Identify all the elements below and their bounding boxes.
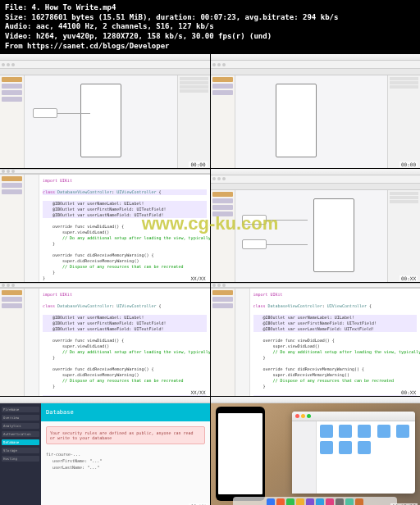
dock-app-icon[interactable] [355, 498, 363, 505]
view-controller-scene[interactable] [276, 84, 317, 157]
ios-simulator[interactable] [216, 407, 265, 501]
db-node[interactable]: userFirstName: "..." [46, 457, 205, 464]
view-controller-scene[interactable] [80, 84, 121, 157]
xcode-tabbar [211, 184, 421, 190]
inspector-row[interactable] [180, 89, 208, 93]
folder-icon[interactable] [358, 425, 371, 438]
nav-item[interactable] [2, 183, 22, 188]
inspector-row[interactable] [390, 196, 418, 199]
nav-item[interactable] [212, 303, 233, 308]
nav-item[interactable] [2, 176, 22, 181]
nav-item[interactable] [2, 290, 22, 295]
inspector-row[interactable] [390, 192, 418, 195]
dock-app-icon[interactable] [267, 498, 275, 505]
simulator-screen[interactable] [218, 413, 262, 494]
thumb-2-storyboard: 00:00 [211, 54, 421, 167]
view-controller-scene[interactable] [313, 198, 354, 272]
folder-icon[interactable] [339, 441, 352, 454]
zoom-icon[interactable] [307, 414, 311, 418]
project-navigator[interactable] [211, 190, 235, 282]
finder-icons[interactable] [317, 421, 415, 494]
fb-nav-item[interactable]: Overview [2, 415, 39, 421]
project-navigator[interactable] [211, 75, 235, 167]
audio-line: Audio: aac, 44100 Hz, 2 channels, S16, 1… [5, 22, 415, 32]
inspector-row[interactable] [390, 81, 418, 84]
nav-item[interactable] [212, 84, 233, 89]
dock-app-icon[interactable] [336, 498, 344, 505]
dock-app-icon[interactable] [316, 498, 324, 505]
traffic-light-icon [11, 284, 15, 287]
storyboard-canvas[interactable] [235, 75, 388, 167]
dock-app-icon[interactable] [286, 498, 294, 505]
traffic-light-icon [7, 170, 10, 173]
inspector-row[interactable] [180, 85, 208, 89]
storyboard-canvas[interactable] [235, 190, 388, 282]
traffic-light-icon [222, 177, 226, 180]
line-gutter [25, 175, 39, 282]
project-navigator[interactable] [211, 289, 235, 396]
nav-item[interactable] [212, 90, 233, 95]
folder-icon[interactable] [320, 425, 333, 438]
folder-icon[interactable] [339, 425, 352, 438]
folder-icon[interactable] [396, 425, 409, 438]
minimize-icon[interactable] [301, 414, 305, 418]
inspector-panel[interactable] [387, 190, 420, 282]
dock-app-icon[interactable] [276, 498, 285, 505]
dock-app-icon[interactable] [345, 498, 354, 505]
storyboard-canvas[interactable] [25, 75, 177, 167]
nav-item[interactable] [2, 84, 22, 89]
scene-node[interactable] [33, 108, 57, 118]
macos-dock[interactable] [233, 497, 397, 505]
folder-icon[interactable] [358, 441, 371, 454]
database-tree[interactable]: fir-course-... userFirstName: "..." user… [46, 451, 205, 471]
source-editor[interactable]: import UIKit class DatabaseViewControlle… [39, 289, 210, 396]
inspector-row[interactable] [390, 200, 418, 203]
project-navigator[interactable] [0, 289, 25, 396]
finder-titlebar[interactable] [292, 412, 415, 421]
nav-item[interactable] [2, 303, 22, 308]
fb-nav-item[interactable]: Authentication [2, 431, 39, 437]
project-navigator[interactable] [0, 75, 25, 167]
scene-node[interactable] [242, 239, 267, 249]
nav-item[interactable] [212, 212, 233, 216]
nav-item[interactable] [212, 198, 233, 203]
nav-item[interactable] [2, 189, 22, 194]
db-root[interactable]: fir-course-... [46, 451, 205, 457]
inspector-row[interactable] [390, 77, 418, 80]
dock-app-icon[interactable] [326, 498, 334, 505]
fb-nav-item[interactable]: Analytics [2, 423, 39, 429]
inspector-panel[interactable] [177, 75, 210, 167]
scene-node[interactable] [242, 215, 267, 225]
db-node[interactable]: userLastName: "..." [46, 464, 205, 471]
source-editor[interactable]: import UIKit class DatabaseViewControlle… [39, 175, 210, 282]
traffic-light-icon [7, 63, 10, 66]
nav-item[interactable] [2, 90, 22, 95]
nav-item[interactable] [2, 97, 22, 102]
nav-item[interactable] [2, 77, 22, 82]
close-icon[interactable] [295, 414, 299, 418]
inspector-row[interactable] [390, 85, 418, 89]
fb-nav-item[interactable]: Hosting [2, 456, 39, 462]
nav-item[interactable] [212, 205, 233, 210]
finder-window[interactable] [292, 412, 415, 494]
traffic-light-icon [11, 63, 15, 66]
segue-line [267, 244, 308, 245]
project-navigator[interactable] [0, 175, 25, 282]
nav-item[interactable] [212, 290, 233, 295]
fb-nav-item[interactable]: Storage [2, 448, 39, 453]
nav-item[interactable] [2, 297, 22, 302]
dock-app-icon[interactable] [306, 498, 314, 505]
inspector-row[interactable] [180, 77, 208, 80]
nav-item[interactable] [212, 77, 233, 82]
inspector-row[interactable] [180, 81, 208, 84]
inspector-panel[interactable] [387, 75, 420, 167]
fb-nav-database[interactable]: Database [2, 439, 39, 445]
dock-app-icon[interactable] [296, 498, 304, 505]
nav-item[interactable] [212, 297, 233, 302]
source-editor[interactable]: import UIKit class DatabaseViewControlle… [250, 289, 421, 396]
nav-item[interactable] [212, 192, 233, 197]
folder-icon[interactable] [320, 441, 333, 454]
finder-sidebar[interactable] [292, 421, 317, 494]
folder-icon[interactable] [377, 425, 390, 438]
firebase-sidebar[interactable]: Firebase Overview Analytics Authenticati… [0, 403, 41, 505]
